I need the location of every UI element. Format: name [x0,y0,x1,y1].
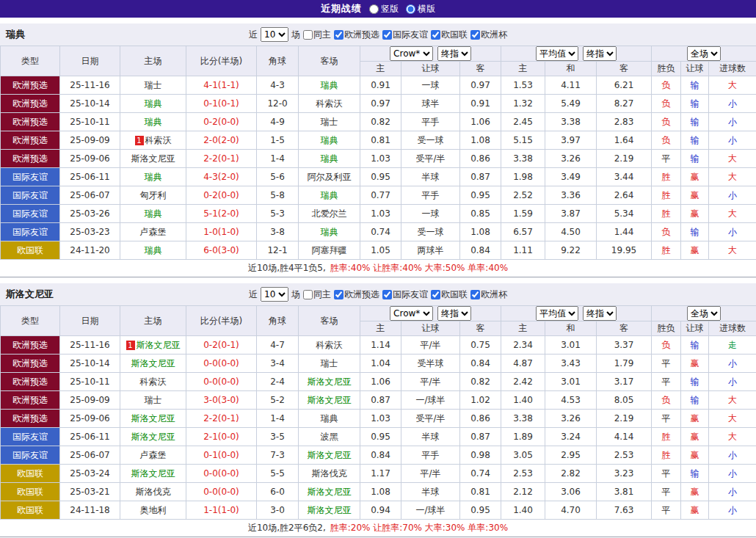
home-team-cell: 瑞典 [120,168,186,186]
away-team-name[interactable]: 科索沃 [316,340,343,350]
away-team-name[interactable]: 科索沃 [316,98,343,109]
away-team-name[interactable]: 斯洛文尼亚 [308,487,352,497]
away-team-name[interactable]: 斯洛文尼亚 [308,505,352,515]
col-header-home: 主场 [120,306,186,336]
euro-cup-checkbox[interactable] [470,30,480,40]
odds-away-cell: 0.75 [460,336,501,355]
home-team-name[interactable]: 瑞典 [145,208,162,219]
filter-bar: 近 10 场 同主 欧洲预选 国际友谊 欧国联 欧洲杯 [249,27,507,42]
euro-qualifiers-checkbox[interactable] [334,290,344,299]
home-team-name[interactable]: 科索沃 [140,377,167,387]
home-team-name[interactable]: 斯洛伐克 [136,487,171,497]
away-team-name[interactable]: 阿尔及利亚 [308,172,352,182]
odds-time-select[interactable]: 终指 [437,46,471,61]
euro-qualifiers-checkbox[interactable] [334,30,344,40]
competition-option-euro-qualifiers[interactable]: 欧洲预选 [334,288,379,301]
home-team-name[interactable]: 瑞典 [145,172,162,182]
friendly-checkbox[interactable] [382,30,392,40]
avg-home-cell: 2.12 [501,483,545,501]
competition-type-cell: 国际友谊 [1,186,60,205]
same-home-option[interactable]: 同主 [303,288,331,301]
home-team-name[interactable]: 瑞典 [145,117,162,127]
competition-option-friendly[interactable]: 国际友谊 [382,288,428,301]
home-team-name[interactable]: 斯洛文尼亚 [131,413,175,424]
average-select[interactable]: 平均值 [536,46,578,61]
vertical-layout-radio[interactable] [369,4,379,14]
away-team-name[interactable]: 瑞典 [321,153,338,164]
away-team-name[interactable]: 斯洛文尼亚 [308,377,352,387]
euro-cup-label: 欧洲杯 [481,29,507,41]
home-team-name[interactable]: 瑞士 [145,395,162,405]
away-team-name[interactable]: 瑞典 [321,413,338,424]
odds-handicap-cell: 平/半 [401,373,460,391]
odds-company-header: Crow* 终指 [360,46,501,62]
away-team-name[interactable]: 瑞士 [321,117,338,127]
odds-handicap-cell: 平手 [401,113,460,131]
away-team-name[interactable]: 瑞士 [321,358,338,368]
full-match-select[interactable]: 全场 [687,46,721,61]
away-team-name[interactable]: 瑞典 [321,190,338,200]
home-team-name[interactable]: 卢森堡 [140,450,167,460]
competition-option-euro-cup[interactable]: 欧洲杯 [470,29,507,41]
match-count-select[interactable]: 10 [261,27,288,42]
competition-option-euro-qualifiers[interactable]: 欧洲预选 [334,29,379,41]
layout-vertical-option[interactable]: 竖版 [369,3,399,15]
nations-league-checkbox[interactable] [431,290,440,299]
home-team-name[interactable]: 卢森堡 [140,227,167,237]
home-team-cell: 匈牙利 [120,186,186,205]
home-team-name[interactable]: 瑞典 [145,98,162,109]
col-header-corner: 角球 [257,46,299,76]
away-team-name[interactable]: 斯洛伐克 [312,468,347,479]
top-header-bar: 近期战绩 竖版 横版 [0,0,756,18]
layout-horizontal-option[interactable]: 横版 [406,3,435,15]
nations-league-checkbox[interactable] [431,30,440,40]
average-time-select[interactable]: 终指 [583,46,617,61]
home-team-name[interactable]: 瑞典 [145,245,162,255]
friendly-checkbox[interactable] [382,290,392,299]
away-team-name[interactable]: 瑞典 [321,80,338,90]
competition-option-nations-league[interactable]: 欧国联 [431,288,468,301]
avg-away-cell: 3.17 [597,373,652,391]
home-team-name[interactable]: 瑞士 [145,80,162,90]
odds-time-select[interactable]: 终指 [437,306,471,321]
subcol-avg-draw: 和 [545,62,597,76]
competition-option-euro-cup[interactable]: 欧洲杯 [470,288,507,301]
home-team-name[interactable]: 斯洛文尼亚 [131,153,175,164]
avg-draw-cell: 4.53 [545,391,597,410]
home-team-name[interactable]: 匈牙利 [140,190,167,200]
home-team-name[interactable]: 斯洛文尼亚 [137,340,181,350]
avg-home-cell: 2.42 [501,373,545,391]
home-team-name[interactable]: 斯洛文尼亚 [131,432,175,442]
full-match-select[interactable]: 全场 [687,306,721,321]
away-team-name[interactable]: 阿塞拜疆 [312,245,347,255]
match-date-cell: 25-11-16 [60,336,120,355]
home-team-name[interactable]: 斯洛文尼亚 [131,358,175,368]
away-team-name[interactable]: 瑞典 [321,135,338,145]
away-team-name[interactable]: 波黑 [321,432,338,442]
odds-company-select[interactable]: Crow* [390,46,433,61]
competition-option-friendly[interactable]: 国际友谊 [382,29,428,41]
odds-handicap-cell: 半球 [401,483,460,501]
home-team-cell: 瑞典 [120,95,186,113]
same-home-checkbox[interactable] [303,290,313,299]
same-home-checkbox[interactable] [303,30,313,40]
home-team-cell: 奥地利 [120,501,186,520]
odds-company-select[interactable]: Crow* [390,306,433,321]
score-cell: 0-2(0-1) [186,336,257,355]
home-team-name[interactable]: 奥地利 [140,505,167,515]
competition-option-nations-league[interactable]: 欧国联 [431,29,468,41]
average-time-select[interactable]: 终指 [583,306,617,321]
away-team-name[interactable]: 瑞典 [321,227,338,237]
home-team-name[interactable]: 斯洛文尼亚 [131,468,175,479]
match-count-select[interactable]: 10 [261,287,288,302]
away-team-name[interactable]: 斯洛文尼亚 [308,450,352,460]
away-team-cell: 瑞典 [299,223,360,241]
home-team-name[interactable]: 科索沃 [145,135,172,145]
euro-cup-checkbox[interactable] [470,290,480,299]
horizontal-layout-radio[interactable] [406,4,415,14]
average-select[interactable]: 平均值 [536,306,578,321]
result-goals-cell: 大 [709,410,756,428]
same-home-option[interactable]: 同主 [303,29,331,41]
away-team-name[interactable]: 北爱尔兰 [312,208,347,219]
away-team-name[interactable]: 斯洛文尼亚 [308,395,352,405]
